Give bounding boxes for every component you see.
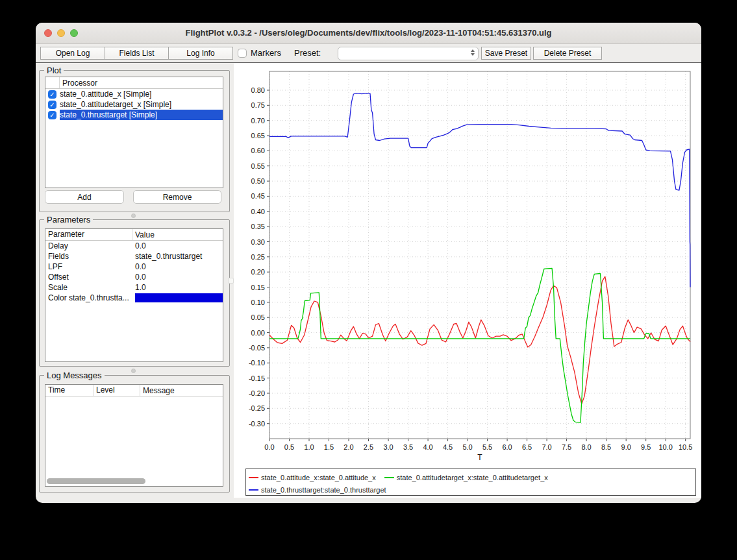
param-value[interactable]: state_0.thrusttarget: [132, 252, 223, 261]
parameters-group-title: Parameters: [44, 215, 93, 225]
svg-text:-0.15: -0.15: [249, 374, 265, 382]
signal-checkbox[interactable]: ✓: [48, 101, 56, 109]
svg-text:0.20: 0.20: [251, 268, 265, 276]
legend-entry: state_0.attitudetarget_x:state_0.attitud…: [384, 474, 548, 481]
toolbar: Open Log Fields List Log Info Markers Pr…: [36, 43, 701, 63]
open-log-button[interactable]: Open Log: [40, 47, 105, 60]
signal-label[interactable]: state_0.thrusttarget [Simple]: [60, 110, 223, 120]
save-preset-button[interactable]: Save Preset: [481, 47, 531, 60]
log-messages-group-title: Log Messages: [44, 371, 105, 380]
svg-text:0.05: 0.05: [251, 313, 265, 321]
svg-text:0.15: 0.15: [251, 284, 265, 291]
log-table-header[interactable]: Time Level Message: [45, 385, 223, 396]
svg-text:6.0: 6.0: [502, 443, 512, 451]
svg-text:0.30: 0.30: [251, 238, 265, 246]
color-swatch[interactable]: [135, 293, 223, 302]
chart-svg[interactable]: -0.30-0.25-0.20-0.15-0.10-0.050.000.050.…: [237, 63, 699, 469]
svg-text:0.35: 0.35: [251, 223, 265, 230]
log-info-button[interactable]: Log Info: [168, 47, 233, 60]
signal-list-header[interactable]: Processor: [45, 77, 223, 89]
remove-button[interactable]: Remove: [133, 190, 221, 204]
horizontal-scrollbar-thumb[interactable]: [47, 478, 145, 484]
app-window: FlightPlot v.0.3.2 - /Users/oleg/Documen…: [36, 23, 701, 503]
svg-text:3.0: 3.0: [383, 443, 393, 451]
param-row[interactable]: Scale1.0: [45, 282, 223, 293]
param-name: Scale: [45, 283, 132, 292]
signal-checkbox[interactable]: ✓: [48, 90, 56, 99]
param-value[interactable]: 1.0: [132, 283, 223, 292]
signal-label[interactable]: state_0.attitude_x [Simple]: [60, 89, 223, 99]
signal-row[interactable]: ✓state_0.attitude_x [Simple]: [45, 89, 223, 99]
param-row[interactable]: Delay0.0: [45, 241, 223, 251]
titlebar[interactable]: FlightPlot v.0.3.2 - /Users/oleg/Documen…: [36, 23, 701, 44]
svg-text:0.40: 0.40: [251, 208, 265, 215]
param-name: Offset: [45, 273, 132, 282]
param-value[interactable]: 0.0: [132, 262, 223, 271]
value-column-header[interactable]: Value: [132, 230, 155, 239]
param-row[interactable]: Fieldsstate_0.thrusttarget: [45, 251, 223, 262]
log-messages-table[interactable]: Time Level Message: [45, 384, 223, 487]
signal-row[interactable]: ✓state_0.attitudetarget_x [Simple]: [45, 99, 223, 110]
signal-list-body: ✓state_0.attitude_x [Simple]✓state_0.att…: [45, 89, 223, 120]
minimize-button[interactable]: [57, 29, 65, 37]
signal-label[interactable]: state_0.attitudetarget_x [Simple]: [60, 99, 223, 110]
svg-text:2.5: 2.5: [364, 443, 373, 451]
param-value[interactable]: [132, 293, 223, 302]
window-title: FlightPlot v.0.3.2 - /Users/oleg/Documen…: [94, 23, 643, 43]
chart-panel: -0.30-0.25-0.20-0.15-0.10-0.050.000.050.…: [234, 63, 701, 498]
svg-text:0.50: 0.50: [251, 177, 265, 185]
param-value[interactable]: 0.0: [132, 241, 223, 250]
svg-text:2.0: 2.0: [344, 443, 353, 451]
level-column-header[interactable]: Level: [94, 385, 140, 396]
svg-text:3.5: 3.5: [403, 443, 413, 451]
param-value[interactable]: 0.0: [132, 273, 223, 282]
add-button[interactable]: Add: [45, 190, 124, 204]
zoom-button[interactable]: [70, 29, 78, 37]
splitter-handle[interactable]: [131, 213, 136, 218]
parameter-column-header[interactable]: Parameter: [45, 229, 132, 240]
time-column-header[interactable]: Time: [45, 385, 94, 396]
signal-row[interactable]: ✓state_0.thrusttarget [Simple]: [45, 110, 223, 120]
markers-label: Markers: [251, 47, 281, 60]
markers-checkbox[interactable]: [238, 49, 247, 58]
svg-text:T: T: [477, 453, 482, 462]
svg-text:7.5: 7.5: [562, 443, 571, 451]
svg-text:7.0: 7.0: [542, 443, 551, 451]
delete-preset-button[interactable]: Delete Preset: [533, 47, 602, 60]
close-button[interactable]: [44, 29, 52, 37]
vertical-splitter-handle[interactable]: [228, 278, 234, 284]
svg-text:-0.20: -0.20: [249, 389, 265, 397]
param-row[interactable]: LPF0.0: [45, 262, 223, 272]
svg-text:4.0: 4.0: [423, 443, 432, 451]
svg-text:0.80: 0.80: [251, 86, 265, 94]
svg-text:0.75: 0.75: [251, 101, 265, 109]
param-row[interactable]: Color state_0.thrustta...: [45, 293, 223, 303]
splitter-handle[interactable]: [131, 369, 136, 373]
svg-text:0.55: 0.55: [251, 162, 265, 170]
svg-text:8.5: 8.5: [601, 443, 611, 451]
svg-text:0.65: 0.65: [251, 132, 265, 140]
parameters-table-header[interactable]: Parameter Value: [45, 229, 223, 241]
param-name: Delay: [45, 241, 132, 250]
preset-select[interactable]: [338, 47, 479, 60]
message-column-header[interactable]: Message: [140, 386, 175, 395]
legend-line-swatch: [249, 489, 258, 491]
chart-legend: state_0.attitude_x:state_0.attitude_xsta…: [245, 469, 696, 496]
svg-text:9.0: 9.0: [621, 443, 631, 451]
legend-label: state_0.attitudetarget_x:state_0.attitud…: [397, 474, 548, 481]
preset-label: Preset:: [294, 47, 321, 60]
signal-checkbox[interactable]: ✓: [48, 111, 56, 119]
param-row[interactable]: Offset0.0: [45, 272, 223, 282]
svg-text:0.00: 0.00: [251, 329, 265, 337]
chevron-up-down-icon: [471, 49, 475, 56]
svg-text:-0.05: -0.05: [249, 344, 265, 352]
signal-list[interactable]: Processor ✓state_0.attitude_x [Simple]✓s…: [45, 77, 223, 188]
svg-text:-0.10: -0.10: [249, 359, 265, 367]
parameters-table[interactable]: Parameter Value Delay0.0Fieldsstate_0.th…: [45, 228, 223, 362]
processor-column-header[interactable]: Processor: [60, 79, 97, 88]
fields-list-button[interactable]: Fields List: [105, 47, 169, 60]
svg-text:0.60: 0.60: [251, 147, 265, 154]
legend-row-1: state_0.attitude_x:state_0.attitude_xsta…: [249, 471, 695, 483]
plot-group-title: Plot: [44, 66, 64, 75]
svg-text:0.45: 0.45: [251, 192, 265, 200]
